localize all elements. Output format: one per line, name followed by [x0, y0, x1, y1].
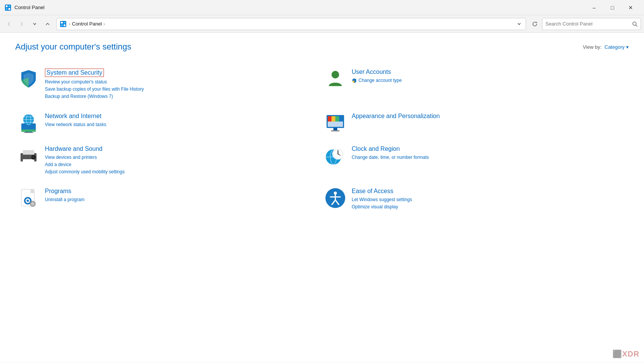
- hardware-sound-title[interactable]: Hardware and Sound: [45, 146, 102, 152]
- accessibility-icon: [325, 188, 346, 208]
- svg-rect-8: [61, 24, 63, 26]
- title-bar-left: Control Panel: [5, 4, 45, 11]
- view-by-label: View by:: [583, 44, 601, 50]
- category-ease-of-access: Ease of Access Let Windows suggest setti…: [322, 182, 629, 217]
- system-security-link-3[interactable]: Backup and Restore (Windows 7): [45, 93, 319, 100]
- category-appearance: Appearance and Personalization: [322, 107, 629, 139]
- categories-grid: System and Security Review your computer…: [15, 62, 629, 217]
- search-input[interactable]: [545, 21, 630, 27]
- svg-rect-25: [332, 116, 335, 122]
- network-internet-info: Network and Internet View network status…: [45, 113, 319, 128]
- appearance-title[interactable]: Appearance and Personalization: [352, 113, 440, 120]
- system-security-link-1[interactable]: Review your computer's status: [45, 78, 319, 86]
- view-by-value[interactable]: Category ▾: [604, 44, 629, 50]
- ease-of-access-info: Ease of Access Let Windows suggest setti…: [352, 188, 626, 211]
- svg-rect-26: [335, 116, 339, 122]
- shield-icon: [18, 69, 39, 89]
- refresh-button[interactable]: [529, 18, 540, 30]
- hardware-sound-link-2[interactable]: Add a device: [45, 161, 319, 168]
- network-internet-link-1[interactable]: View network status and tasks: [45, 121, 319, 128]
- user-accounts-link-wrapper: Change account type: [352, 77, 626, 84]
- svg-rect-24: [328, 116, 332, 122]
- programs-title[interactable]: Programs: [45, 188, 71, 195]
- svg-line-11: [636, 25, 638, 26]
- svg-rect-33: [23, 159, 34, 163]
- up-button[interactable]: [42, 18, 53, 30]
- refresh-icon: [532, 21, 537, 27]
- address-bar-path: Control Panel: [72, 21, 102, 27]
- user-accounts-title[interactable]: User Accounts: [352, 69, 391, 75]
- hardware-sound-link-1[interactable]: View devices and printers: [45, 154, 319, 161]
- shield-color-icon: [352, 78, 357, 83]
- search-bar[interactable]: [542, 18, 641, 30]
- network-internet-title[interactable]: Network and Internet: [45, 113, 102, 120]
- system-security-title[interactable]: System and Security: [45, 69, 104, 77]
- address-bar-cp-icon: [60, 21, 67, 27]
- globe-icon: [18, 113, 39, 133]
- svg-rect-27: [339, 116, 343, 122]
- ease-of-access-link-2[interactable]: Optimize visual display: [352, 203, 626, 211]
- svg-rect-28: [328, 122, 343, 127]
- programs-icon: [18, 188, 39, 208]
- control-panel-icon: [5, 4, 11, 11]
- svg-rect-7: [64, 22, 65, 24]
- title-bar-controls: – □ ✕: [585, 2, 639, 14]
- address-dropdown-button[interactable]: [516, 21, 523, 27]
- monitor-colors-icon: [325, 113, 346, 133]
- svg-rect-1: [6, 5, 8, 7]
- system-security-link-2[interactable]: Save backup copies of your files with Fi…: [45, 86, 319, 93]
- clock-region-icon: [325, 146, 346, 166]
- address-bar[interactable]: › Control Panel ›: [56, 18, 526, 30]
- system-security-icon: [18, 69, 39, 89]
- user-icon: [325, 69, 346, 89]
- clock-region-title[interactable]: Clock and Region: [352, 146, 400, 152]
- category-system-security: System and Security Review your computer…: [15, 62, 322, 107]
- category-programs: Programs Uninstall a program: [15, 182, 322, 217]
- view-by-category: Category: [604, 44, 625, 50]
- address-chevron-left: ›: [69, 21, 70, 27]
- printer-icon: [18, 146, 39, 166]
- user-accounts-link-1[interactable]: Change account type: [359, 77, 402, 84]
- page-header: Adjust your computer's settings View by:…: [15, 42, 629, 52]
- up-arrow-icon: [45, 22, 50, 26]
- watermark: ⬛XDR: [612, 349, 639, 358]
- category-network-internet: Network and Internet View network status…: [15, 107, 322, 139]
- svg-point-52: [31, 202, 34, 205]
- main-content: Adjust your computer's settings View by:…: [0, 33, 644, 363]
- clock-region-link-1[interactable]: Change date, time, or number formats: [352, 154, 626, 161]
- category-hardware-sound: Hardware and Sound View devices and prin…: [15, 139, 322, 182]
- dropdown-button[interactable]: [29, 18, 40, 30]
- svg-point-12: [332, 71, 339, 78]
- maximize-button[interactable]: □: [604, 2, 621, 14]
- hardware-sound-info: Hardware and Sound View devices and prin…: [45, 146, 319, 176]
- svg-rect-32: [23, 150, 34, 155]
- forward-button[interactable]: [16, 18, 27, 30]
- hardware-sound-link-3[interactable]: Adjust commonly used mobility settings: [45, 168, 319, 176]
- ease-of-access-title[interactable]: Ease of Access: [352, 188, 393, 195]
- appearance-info: Appearance and Personalization: [352, 113, 626, 121]
- back-button[interactable]: [3, 18, 14, 30]
- svg-rect-6: [61, 22, 63, 24]
- search-icon: [632, 21, 638, 27]
- minimize-button[interactable]: –: [585, 2, 603, 14]
- category-clock-region: Clock and Region Change date, time, or n…: [322, 139, 629, 182]
- ease-of-access-icon: [325, 188, 346, 208]
- address-dropdown-icon: [517, 22, 521, 26]
- svg-point-45: [338, 153, 339, 154]
- svg-rect-4: [8, 8, 10, 10]
- system-security-info: System and Security Review your computer…: [45, 69, 319, 101]
- title-bar-title: Control Panel: [14, 5, 45, 10]
- ease-of-access-link-1[interactable]: Let Windows suggest settings: [352, 196, 626, 203]
- svg-rect-21: [21, 130, 36, 132]
- address-chevron-right: ›: [104, 21, 105, 27]
- svg-rect-9: [64, 24, 65, 26]
- svg-point-37: [33, 157, 33, 157]
- svg-point-36: [33, 156, 35, 158]
- svg-rect-29: [333, 128, 337, 130]
- view-by-arrow: ▾: [626, 44, 629, 50]
- view-by-control: View by: Category ▾: [583, 44, 629, 50]
- nav-bar: › Control Panel ›: [0, 15, 644, 33]
- close-button[interactable]: ✕: [622, 2, 639, 14]
- network-internet-icon: [18, 113, 39, 133]
- programs-link-1[interactable]: Uninstall a program: [45, 196, 319, 203]
